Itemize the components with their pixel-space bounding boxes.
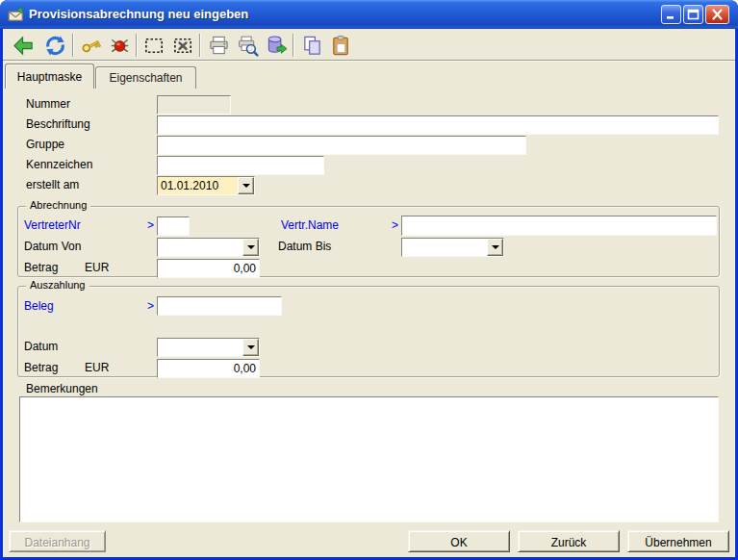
beschriftung-input[interactable]	[157, 115, 719, 135]
nummer-label: Nummer	[26, 97, 70, 111]
titlebar[interactable]: Provisionsabrechnung neu eingeben	[0, 0, 738, 29]
bemerkungen-label: Bemerkungen	[26, 382, 98, 395]
tab-eigenschaften[interactable]: Eigenschaften	[95, 66, 196, 89]
window-title: Provisionsabrechnung neu eingeben	[29, 7, 248, 21]
gruppe-label: Gruppe	[26, 138, 64, 151]
vertr-name-input[interactable]	[401, 216, 717, 236]
datum-bis-dropdown-button[interactable]	[487, 239, 503, 256]
toolbar-separator	[136, 34, 138, 57]
tab-hauptmaske[interactable]: Hauptmaske	[5, 64, 94, 89]
selection-box-button[interactable]	[140, 33, 167, 58]
arrow-down-icon	[247, 245, 255, 249]
auszahlung-datum-combobox[interactable]	[157, 338, 260, 357]
zurueck-button[interactable]: Zurück	[518, 530, 620, 552]
auszahlung-datum-dropdown-button[interactable]	[242, 339, 259, 356]
beleg-lookup-char: >	[147, 299, 154, 313]
print-preview-button[interactable]	[234, 33, 261, 58]
erstellt-am-combobox[interactable]: 01.01.2010	[157, 176, 255, 195]
vertr-name-lookup-char: >	[392, 218, 398, 232]
close-button[interactable]	[705, 5, 729, 24]
uebernehmen-button[interactable]: Übernehmen	[627, 530, 729, 552]
export-icon	[266, 35, 288, 57]
kennzeichen-label: Kennzeichen	[26, 158, 92, 171]
bug-button[interactable]	[106, 33, 133, 58]
auszahlung-datum-label: Datum	[24, 340, 58, 353]
toolbar-separator	[293, 34, 294, 57]
auszahlung-betrag-label: Betrag	[24, 361, 58, 374]
arrow-down-icon	[247, 345, 255, 349]
abrechnung-betrag-label: Betrag	[24, 261, 58, 274]
refresh-icon	[44, 35, 66, 57]
toolbar-divider	[3, 60, 735, 62]
ok-button[interactable]: OK	[408, 530, 510, 552]
beschriftung-label: Beschriftung	[26, 117, 90, 131]
export-button[interactable]	[263, 33, 290, 58]
refresh-button[interactable]	[41, 33, 68, 58]
vertreter-nr-lookup-char: >	[147, 218, 154, 232]
back-icon	[13, 35, 35, 57]
erstellt-am-dropdown-button[interactable]	[238, 177, 254, 194]
kennzeichen-input[interactable]	[157, 156, 324, 175]
copy-button[interactable]	[298, 33, 325, 58]
datum-von-combobox[interactable]	[157, 238, 260, 257]
abrechnung-currency-label: EUR	[85, 261, 109, 274]
bug-icon	[109, 35, 131, 57]
toolbar-separator	[199, 34, 201, 57]
maximize-icon	[687, 9, 700, 20]
auszahlung-groupbox: Auszahlung	[17, 286, 720, 377]
vertreter-nr-label[interactable]: VertreterNr	[24, 218, 81, 232]
print-icon	[208, 35, 230, 57]
clear-selection-icon	[172, 35, 194, 57]
key-icon	[80, 35, 102, 57]
dateianhang-button: Dateianhang	[9, 530, 106, 552]
beleg-input[interactable]	[157, 296, 282, 316]
print-preview-icon	[237, 35, 259, 57]
abrechnung-betrag-input[interactable]	[157, 259, 260, 278]
auszahlung-currency-label: EUR	[85, 361, 109, 374]
minimize-button[interactable]	[661, 5, 681, 24]
mail-icon	[8, 6, 25, 23]
datum-von-dropdown-button[interactable]	[242, 239, 259, 256]
toolbar-separator	[72, 34, 74, 57]
close-icon	[711, 9, 724, 20]
arrow-down-icon	[242, 184, 250, 188]
gruppe-input[interactable]	[157, 136, 526, 155]
copy-icon	[301, 35, 323, 57]
erstellt-am-value: 01.01.2010	[161, 179, 237, 192]
datum-von-label: Datum Von	[24, 240, 81, 253]
clear-selection-button[interactable]	[169, 33, 196, 58]
erstellt-am-label: erstellt am	[26, 178, 79, 191]
key-button[interactable]	[77, 33, 104, 58]
dialog-window: Provisionsabrechnung neu eingeben	[0, 0, 738, 560]
back-button[interactable]	[10, 33, 37, 58]
beleg-label[interactable]: Beleg	[24, 299, 54, 313]
vertreter-nr-input[interactable]	[157, 216, 190, 236]
maximize-button[interactable]	[683, 5, 703, 24]
print-button[interactable]	[205, 33, 232, 58]
arrow-down-icon	[492, 245, 499, 249]
paste-icon	[330, 35, 352, 57]
bemerkungen-textarea[interactable]	[19, 396, 719, 522]
auszahlung-group-title: Auszahlung	[26, 279, 89, 291]
selection-box-icon	[143, 35, 165, 57]
datum-bis-label: Datum Bis	[278, 240, 331, 253]
nummer-field	[157, 95, 231, 115]
datum-bis-combobox[interactable]	[401, 238, 504, 257]
paste-button[interactable]	[327, 33, 354, 58]
vertr-name-label[interactable]: Vertr.Name	[281, 218, 339, 232]
minimize-icon	[665, 9, 677, 20]
abrechnung-group-title: Abrechnung	[26, 199, 90, 211]
auszahlung-betrag-input[interactable]	[157, 359, 260, 378]
